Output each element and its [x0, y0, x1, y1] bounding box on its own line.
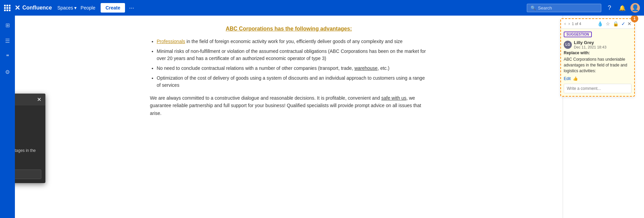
- replace-label: Replace with:: [564, 51, 631, 55]
- left-sidebar: ⊞ ☰ ❝ ⚙: [0, 16, 15, 218]
- sidebar-home-icon[interactable]: ⊞: [2, 20, 13, 31]
- professionals-link[interactable]: Professionals: [157, 39, 185, 44]
- bullet3-pre: No need to conclude contractual relation…: [157, 65, 355, 71]
- search-icon: 🔍: [531, 5, 536, 11]
- step-badge-1: 1: [631, 15, 638, 22]
- bullet4-text: Optimization of the cost of delivery of …: [157, 75, 425, 88]
- panel-lock-icon[interactable]: 🔒: [612, 21, 619, 26]
- panel-star-icon[interactable]: ☆: [605, 21, 611, 26]
- user-name: Lilly Grey: [574, 40, 606, 45]
- dialog-close-button[interactable]: ✕: [37, 96, 41, 103]
- list-item: Minimal risks of non-fulfillment or viol…: [157, 48, 428, 62]
- top-navigation: ✕ Confluence Spaces ▾ People Create ··· …: [0, 0, 644, 16]
- create-button[interactable]: Create: [101, 3, 125, 13]
- people-label: People: [81, 5, 96, 11]
- user-date: Dec 11, 2021 18:43: [574, 45, 606, 49]
- dialog-replace-label: Replace with:: [15, 142, 41, 146]
- panel-check-button[interactable]: ✓: [621, 21, 626, 26]
- suggestion-panel-header: ‹ › 1 of 4 💧 ☆ 🔒 ✓ ✕: [561, 19, 634, 29]
- panel-action-icons: 💧 ☆ 🔒 ✓ ✕: [597, 21, 631, 26]
- help-icon: ?: [608, 4, 611, 12]
- notifications-button[interactable]: 🔔: [618, 3, 627, 13]
- suggestion-badge-container: SUGGESTION: [561, 29, 634, 40]
- bullet2-text: Minimal risks of non-fulfillment or viol…: [157, 48, 426, 61]
- sidebar-pages-icon[interactable]: ☰: [2, 35, 13, 46]
- search-placeholder: Search: [538, 5, 552, 11]
- sidebar-settings-icon[interactable]: ⚙: [2, 66, 13, 77]
- replace-text: ABC Corporations has undeniable advantag…: [564, 57, 631, 74]
- list-item: Professionals in the field of foreign ec…: [157, 38, 428, 45]
- content-paragraph: We are always committed to a constructiv…: [150, 94, 428, 117]
- panel-counter: 1 of 4: [572, 22, 581, 26]
- help-button[interactable]: ?: [605, 3, 614, 13]
- confluence-logo[interactable]: ✕ Confluence: [15, 4, 52, 12]
- dialog-body: LG Lilly Grey Dec 11, 2021 18:43 Replace…: [15, 128, 45, 183]
- dialog-action-buttons: Accept Cancel: [15, 105, 45, 120]
- dialog-edit-row: Edit 👍: [15, 162, 41, 167]
- edit-row: Edit 👍: [564, 76, 631, 81]
- user-avatar[interactable]: 👤: [630, 3, 640, 13]
- sidebar-comments-icon[interactable]: ❝: [2, 51, 13, 62]
- panel-close-button[interactable]: ✕: [627, 21, 631, 26]
- right-panel: 1 ‹ › 1 of 4 💧 ☆ 🔒 ✓ ✕ SUGGESTION: [563, 16, 644, 218]
- spaces-chevron-icon: ▾: [74, 5, 77, 11]
- logo-x-icon: ✕: [15, 4, 20, 12]
- bullet1-text: in the field of foreign economic activit…: [186, 39, 402, 44]
- search-box[interactable]: 🔍 Search: [527, 4, 601, 12]
- suggestion-panel: 1 ‹ › 1 of 4 💧 ☆ 🔒 ✓ ✕ SUGGESTION: [560, 18, 635, 97]
- topnav-right-section: 🔍 Search ? 🔔 👤: [527, 3, 640, 13]
- safe-with-us-link[interactable]: safe with us: [381, 95, 407, 101]
- main-layout: ⊞ ☰ ❝ ⚙ ABC Corporations has the followi…: [0, 16, 644, 218]
- panel-prev-button[interactable]: ‹: [564, 21, 566, 26]
- suggestion-badge: SUGGESTION: [564, 32, 592, 37]
- more-options-button[interactable]: ···: [129, 4, 134, 12]
- page-heading: ABC Corporations has the following advan…: [150, 26, 428, 32]
- grid-icon: [4, 5, 11, 11]
- warehouse-highlight: warehouse: [354, 65, 378, 71]
- bullet3-post: , etc.): [378, 65, 390, 71]
- user-avatar-small: LG: [564, 41, 572, 49]
- user-row: LG Lilly Grey Dec 11, 2021 18:43: [564, 40, 631, 49]
- panel-navigation: ‹ › 1 of 4: [564, 21, 581, 26]
- logo-text: Confluence: [22, 5, 52, 11]
- comment-input[interactable]: [564, 84, 631, 93]
- dialog-user-info: LG Lilly Grey Dec 11, 2021 18:43: [15, 131, 41, 140]
- avatar-image: 👤: [631, 4, 639, 12]
- edit-link[interactable]: Edit: [564, 76, 571, 81]
- apps-grid-button[interactable]: [4, 5, 11, 11]
- spaces-label: Spaces: [57, 5, 73, 11]
- user-details: Lilly Grey Dec 11, 2021 18:43: [574, 40, 606, 49]
- bell-icon: 🔔: [619, 5, 626, 11]
- list-item: Optimization of the cost of delivery of …: [157, 75, 428, 89]
- advantages-list: Professionals in the field of foreign ec…: [157, 38, 428, 89]
- people-link[interactable]: People: [81, 5, 96, 11]
- like-icon[interactable]: 👍: [573, 76, 578, 81]
- main-content-area: ABC Corporations has the following advan…: [15, 16, 563, 218]
- dialog-header: ‹ › Accept suggestion? ✕: [15, 94, 45, 105]
- dialog-replace-text: ABC Corporations has undeniable advantag…: [15, 148, 41, 159]
- accept-suggestion-dialog: 2 ‹ › Accept suggestion? ✕ Accept Cancel…: [15, 94, 45, 183]
- panel-droplet-icon[interactable]: 💧: [597, 21, 604, 26]
- content-wrapper: ABC Corporations has the following advan…: [137, 16, 441, 127]
- list-item: No need to conclude contractual relation…: [157, 65, 428, 72]
- dialog-comment-input[interactable]: [15, 170, 41, 179]
- spaces-menu[interactable]: Spaces ▾: [57, 5, 77, 11]
- suggestion-body: LG Lilly Grey Dec 11, 2021 18:43 Replace…: [561, 40, 634, 96]
- panel-next-button[interactable]: ›: [568, 21, 570, 26]
